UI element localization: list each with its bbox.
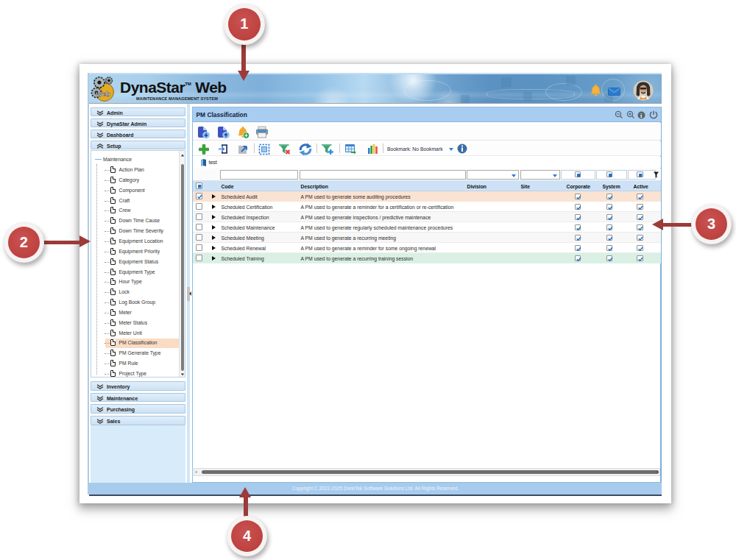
svg-text:Web: Web <box>96 90 110 98</box>
